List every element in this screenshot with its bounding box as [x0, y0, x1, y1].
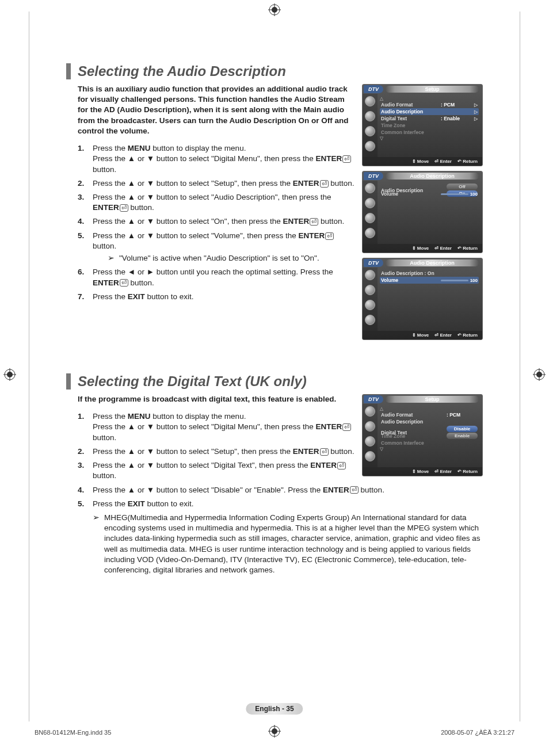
osd-nav-icon	[365, 96, 375, 106]
osd-title: Setup	[386, 86, 479, 93]
chevron-right-icon: ▷	[472, 116, 478, 121]
section1-intro: This is an auxiliary audio function that…	[78, 84, 356, 136]
return-hint: ↶ Return	[458, 159, 478, 164]
down-triangle-icon: ▽	[380, 446, 479, 452]
osd-nav-icon	[365, 285, 375, 295]
osd-nav-icon	[365, 406, 375, 417]
osd-nav-icon	[365, 300, 375, 310]
osd-setup-panel-2: DTV Setup △ Audio Format: PCM	[362, 394, 483, 476]
doc-footer-left: BN68-01412M-Eng.indd 35	[35, 729, 111, 736]
osd-nav-icon	[365, 451, 375, 461]
section2-steps: 1.Press the MENU button to display the m…	[78, 411, 356, 481]
osd-nav-icon	[365, 436, 375, 446]
osd-setup-panel: DTV Setup △ Audio Format: PCM▷ Audio Des…	[362, 84, 483, 166]
margin-rule-right	[520, 12, 520, 721]
osd-audiodesc-panel-1: DTV Audio Description Audio Description	[362, 171, 483, 253]
mheg-note: ➢ MHEG(Multimedia and Hypermedia Informa…	[93, 513, 483, 575]
osd-nav-icon	[365, 213, 375, 223]
note-arrow-icon: ➢	[93, 513, 104, 575]
registration-mark-top	[268, 3, 281, 16]
enter-hint: ⏎ Enter	[434, 159, 452, 164]
up-triangle-icon: △	[380, 96, 479, 101]
step-body: Press the MENU button to display the men…	[93, 143, 356, 175]
section1-title: Selecting the Audio Description	[66, 63, 483, 79]
osd-nav-icon	[365, 141, 375, 151]
osd-nav-icon	[365, 183, 375, 193]
margin-rule-left	[29, 12, 29, 721]
dtv-tab: DTV	[364, 85, 383, 93]
volume-bar	[441, 280, 468, 281]
note: ➢ "Volume" is active when "Audio Descrip…	[108, 253, 356, 264]
osd-nav-icon	[365, 315, 375, 325]
page-content: Selecting the Audio Description This is …	[66, 63, 483, 575]
section1-steps: 1.Press the MENU button to display the m…	[78, 143, 356, 302]
doc-footer-right: 2008-05-07 ¿ÀÈÄ 3:21:27	[441, 729, 514, 736]
volume-bar	[441, 193, 468, 195]
registration-mark-right	[533, 368, 546, 381]
section2-title: Selecting the Digital Text (UK only)	[66, 373, 483, 390]
down-triangle-icon: ▽	[380, 136, 479, 141]
osd-option-off: Off	[447, 184, 478, 190]
up-triangle-icon: △	[380, 406, 479, 411]
chevron-right-icon: ▷	[472, 109, 478, 114]
osd-audiodesc-panel-2: DTV Audio Description Audio Description …	[362, 258, 483, 340]
osd-option-disable: Disable	[447, 426, 478, 432]
osd-nav-icon	[365, 126, 375, 136]
osd-nav-icon	[365, 270, 375, 280]
osd-nav-icon	[365, 111, 375, 121]
page-number: English - 35	[246, 703, 303, 715]
move-hint: ⇕ Move	[412, 159, 429, 164]
registration-mark-left	[3, 368, 16, 381]
section2-intro: If the programme is broadcast with digit…	[78, 394, 356, 404]
osd-nav-icon	[365, 228, 375, 238]
osd-nav-icon	[365, 421, 375, 432]
note-arrow-icon: ➢	[108, 253, 119, 264]
doc-footer: BN68-01412M-Eng.indd 35 2008-05-07 ¿ÀÈÄ …	[35, 729, 514, 736]
osd-nav-icon	[365, 198, 375, 208]
chevron-right-icon: ▷	[472, 102, 478, 108]
